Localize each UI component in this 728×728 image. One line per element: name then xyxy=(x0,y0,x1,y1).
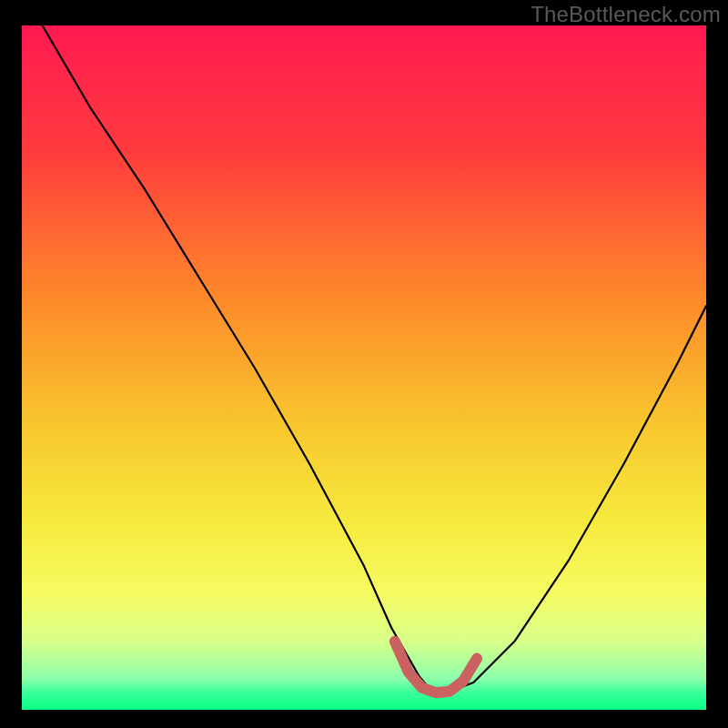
plot-svg xyxy=(22,25,706,710)
gradient-background xyxy=(22,25,706,710)
watermark-text: TheBottleneck.com xyxy=(531,2,721,27)
chart-canvas: TheBottleneck.com xyxy=(0,0,728,728)
plot-area xyxy=(22,25,706,710)
